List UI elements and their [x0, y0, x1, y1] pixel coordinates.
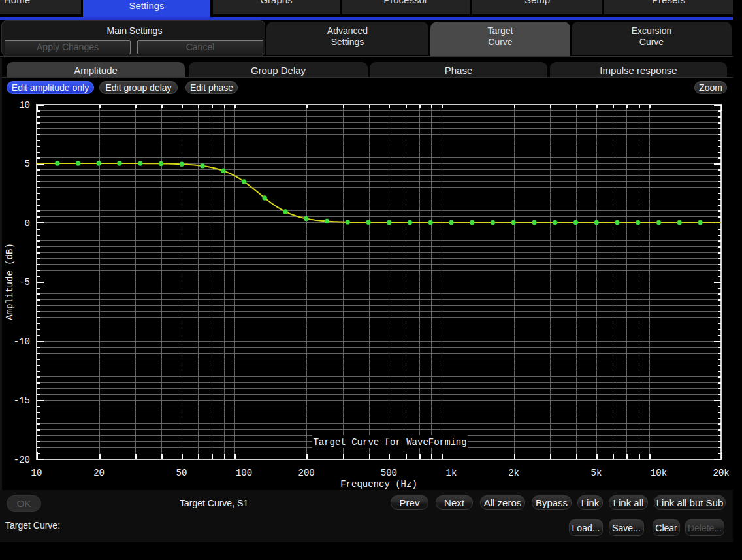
svg-text:-10: -10 — [14, 337, 30, 347]
svg-text:2k: 2k — [508, 468, 519, 478]
svg-text:-15: -15 — [14, 395, 30, 406]
svg-text:10: 10 — [31, 468, 42, 478]
svg-text:Frequency (Hz): Frequency (Hz) — [340, 479, 417, 489]
svg-text:Target Curve for WaveForming: Target Curve for WaveForming — [313, 437, 466, 448]
svg-text:200: 200 — [298, 468, 314, 478]
svg-text:1k: 1k — [446, 468, 457, 478]
svg-text:-20: -20 — [14, 455, 30, 465]
svg-text:20: 20 — [93, 468, 105, 478]
svg-text:Amplitude (dB): Amplitude (dB) — [5, 243, 15, 320]
svg-text:100: 100 — [236, 468, 252, 478]
svg-text:0: 0 — [25, 218, 30, 229]
svg-text:5k: 5k — [590, 468, 602, 478]
svg-text:500: 500 — [381, 468, 397, 478]
svg-text:10: 10 — [19, 100, 30, 110]
svg-text:50: 50 — [176, 468, 187, 478]
svg-text:5: 5 — [25, 159, 30, 169]
svg-text:20k: 20k — [713, 468, 729, 478]
svg-text:10k: 10k — [651, 468, 667, 478]
svg-text:-5: -5 — [19, 277, 30, 288]
